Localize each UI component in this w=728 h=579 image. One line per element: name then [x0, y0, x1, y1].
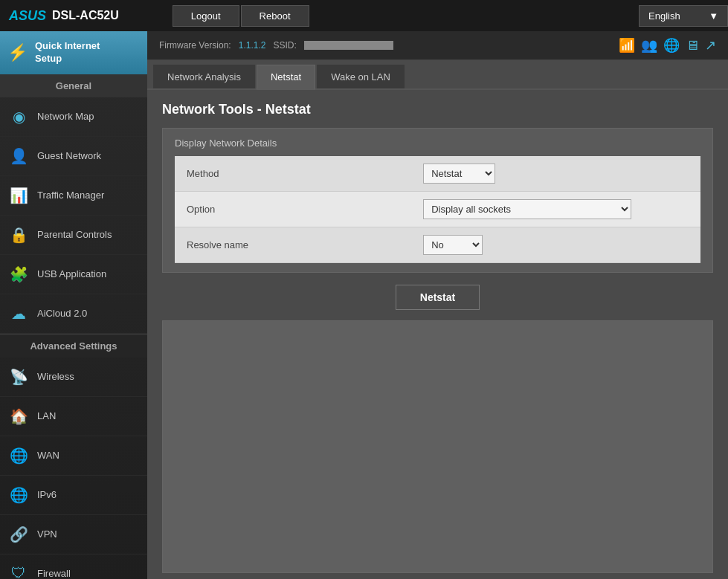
output-content	[163, 321, 712, 572]
sidebar-item-parental-controls[interactable]: 🔒 Parental Controls	[0, 216, 147, 255]
header-buttons: Logout Reboot	[173, 5, 309, 27]
network-map-icon: ◉	[9, 108, 28, 126]
logo-area: ASUS DSL-AC52U	[0, 8, 128, 24]
logout-button[interactable]: Logout	[173, 5, 239, 27]
method-label: Method	[175, 156, 411, 192]
firmware-version[interactable]: 1.1.1.2	[239, 40, 266, 51]
parental-controls-icon: 🔒	[9, 226, 28, 244]
asus-logo: ASUS	[9, 8, 46, 24]
sidebar-item-label: Traffic Manager	[37, 190, 104, 201]
users-status-icon: 👥	[641, 37, 657, 54]
quick-setup-label: Quick Internet Setup	[35, 40, 100, 65]
sidebar-item-wan[interactable]: 🌐 WAN	[0, 436, 147, 476]
sidebar-item-label: Guest Network	[37, 150, 101, 161]
sidebar-item-label: VPN	[37, 528, 57, 540]
sidebar-item-network-map[interactable]: ◉ Network Map	[0, 97, 147, 137]
wireless-icon: 📡	[9, 368, 28, 386]
model-name: DSL-AC52U	[52, 9, 119, 22]
page-content: Network Tools - Netstat Display Network …	[147, 90, 728, 579]
globe-status-icon: 🌐	[663, 37, 680, 54]
option-select[interactable]: Display all sockets Display routing tabl…	[423, 199, 631, 219]
sidebar-item-label: WAN	[37, 450, 59, 461]
sidebar-item-ipv6[interactable]: 🌐 IPv6	[0, 476, 147, 515]
sidebar-item-aicloud[interactable]: ☁ AiCloud 2.0	[0, 294, 147, 334]
main-content: Firmware Version: 1.1.1.2 SSID: 📶 👥 🌐 🖥 …	[147, 31, 728, 579]
tab-wake-on-lan[interactable]: Wake on LAN	[317, 65, 405, 88]
quick-setup-button[interactable]: ⚡ Quick Internet Setup	[0, 31, 147, 74]
usb-application-icon: 🧩	[9, 265, 28, 283]
chevron-down-icon: ▼	[709, 10, 718, 22]
resolve-name-select[interactable]: No Yes	[423, 235, 483, 255]
sidebar-item-label: USB Application	[37, 268, 106, 279]
wan-icon: 🌐	[9, 447, 28, 465]
section-title: Display Network Details	[175, 138, 700, 149]
sidebar-item-vpn[interactable]: 🔗 VPN	[0, 515, 147, 554]
method-select[interactable]: Netstat Ping Traceroute Nslookup	[423, 164, 495, 184]
tab-bar: Network Analysis Netstat Wake on LAN	[147, 60, 728, 90]
sidebar-item-wireless[interactable]: 📡 Wireless	[0, 358, 147, 397]
lan-icon: 🏠	[9, 407, 28, 425]
sidebar-item-label: LAN	[37, 410, 56, 421]
layout: ⚡ Quick Internet Setup General ◉ Network…	[0, 31, 728, 579]
sidebar: ⚡ Quick Internet Setup General ◉ Network…	[0, 31, 147, 579]
wifi-status-icon: 📶	[619, 37, 635, 54]
sidebar-item-label: Parental Controls	[37, 229, 112, 240]
advanced-section-label: Advanced Settings	[0, 334, 147, 358]
traffic-manager-icon: 📊	[9, 187, 28, 204]
sidebar-item-traffic-manager[interactable]: 📊 Traffic Manager	[0, 176, 147, 216]
language-selector[interactable]: English ▼	[639, 5, 728, 27]
option-row: Option Display all sockets Display routi…	[175, 192, 700, 227]
sidebar-item-label: AiCloud 2.0	[37, 308, 87, 319]
ipv6-icon: 🌐	[9, 486, 28, 504]
reboot-button[interactable]: Reboot	[241, 5, 309, 27]
method-row: Method Netstat Ping Traceroute Nslookup	[175, 156, 700, 192]
sidebar-item-label: Firewall	[37, 568, 71, 579]
tab-netstat[interactable]: Netstat	[257, 65, 315, 90]
sidebar-item-firewall[interactable]: 🛡 Firewall	[0, 554, 147, 579]
sidebar-item-label: Network Map	[37, 111, 94, 122]
resolve-name-row: Resolve name No Yes	[175, 227, 700, 263]
resolve-name-label: Resolve name	[175, 227, 411, 263]
sidebar-item-usb-application[interactable]: 🧩 USB Application	[0, 255, 147, 294]
firewall-icon: 🛡	[9, 565, 28, 579]
sidebar-item-label: Wireless	[37, 371, 74, 382]
option-label: Option	[175, 192, 411, 227]
page-title: Network Tools - Netstat	[162, 102, 713, 117]
firmware-label: Firmware Version:	[159, 40, 231, 51]
ssid-label: SSID:	[273, 40, 296, 51]
ssid-value	[304, 41, 393, 50]
display-network-details-section: Display Network Details Method Netstat P…	[162, 128, 713, 273]
header: ASUS DSL-AC52U Logout Reboot English ▼	[0, 0, 728, 31]
sidebar-item-label: IPv6	[37, 489, 57, 500]
general-section-label: General	[0, 74, 147, 97]
vpn-icon: 🔗	[9, 525, 28, 543]
aicloud-icon: ☁	[9, 305, 28, 323]
form-table: Method Netstat Ping Traceroute Nslookup …	[175, 156, 700, 263]
netstat-button[interactable]: Netstat	[396, 285, 480, 310]
share-status-icon: ↗	[705, 37, 716, 54]
quick-setup-icon: ⚡	[7, 43, 28, 62]
sidebar-item-guest-network[interactable]: 👤 Guest Network	[0, 137, 147, 176]
info-bar: Firmware Version: 1.1.1.2 SSID: 📶 👥 🌐 🖥 …	[147, 31, 728, 60]
output-area[interactable]	[162, 320, 713, 573]
tab-network-analysis[interactable]: Network Analysis	[153, 65, 255, 88]
sidebar-item-lan[interactable]: 🏠 LAN	[0, 397, 147, 436]
guest-network-icon: 👤	[9, 147, 28, 165]
monitor-status-icon: 🖥	[686, 38, 699, 54]
status-icons: 📶 👥 🌐 🖥 ↗	[619, 37, 716, 54]
